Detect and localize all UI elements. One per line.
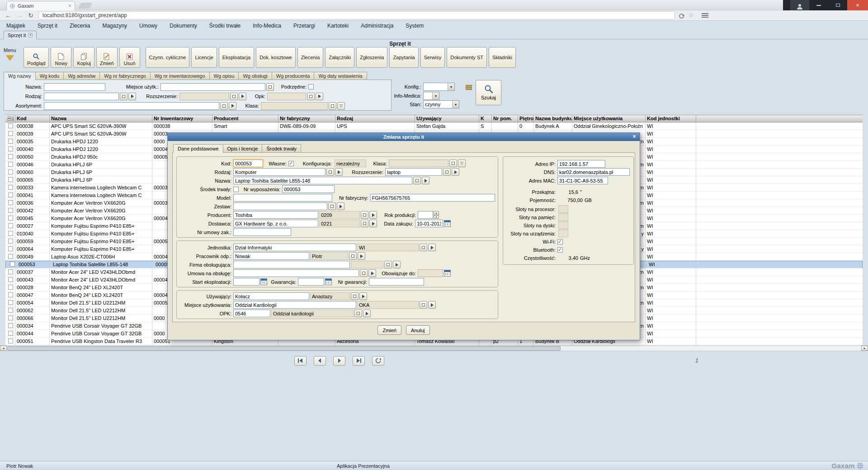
row-checkbox[interactable] — [8, 146, 13, 151]
jednostka-input[interactable] — [233, 244, 356, 251]
year-spinner[interactable]: ▲▼ — [434, 211, 439, 219]
miejsce-uzytk-input[interactable] — [160, 83, 265, 91]
row-checkbox[interactable] — [8, 292, 13, 297]
spec-input-dns[interactable] — [557, 168, 630, 176]
column-header-k[interactable]: K — [479, 115, 492, 123]
toolbar-button-zalaczniki[interactable]: Załączniki — [325, 47, 354, 68]
row-checkbox[interactable] — [8, 323, 13, 328]
column-header-miejsce-uzytkowania[interactable]: Miejsce użytkowania — [572, 115, 646, 123]
klasa-input[interactable] — [389, 160, 448, 167]
nr-wyposazenia-input[interactable] — [282, 185, 335, 193]
model-input[interactable] — [233, 194, 332, 202]
menu-item-system[interactable]: System — [406, 23, 424, 29]
row-checkbox[interactable] — [8, 154, 13, 159]
nr-gwarancji-input[interactable] — [369, 278, 424, 286]
rodzaj-lookup-button[interactable] — [120, 93, 127, 100]
row-checkbox[interactable] — [8, 300, 13, 305]
row-checkbox[interactable] — [8, 169, 13, 174]
umowa-input[interactable] — [233, 269, 359, 277]
dostawca-lookup-button[interactable] — [361, 220, 368, 227]
toolbar-button-zgloszenia[interactable]: Zgłoszenia — [356, 47, 387, 68]
dialog-tab-srodek-trwaly[interactable]: Środek trwały — [262, 144, 301, 153]
opk-go-button[interactable] — [363, 310, 371, 317]
klasa-tree-button[interactable]: ▽ — [337, 102, 345, 110]
spin-up-icon[interactable]: ▲ — [434, 211, 439, 215]
toolbar-button-serwisy[interactable]: Serwisy — [420, 47, 445, 68]
toolbar-button-zapytania[interactable]: Zapytania — [389, 47, 418, 68]
rozszerzenie-go-button[interactable] — [239, 93, 246, 100]
asortyment-input[interactable] — [44, 102, 219, 110]
rozszerzenie-lookup-button[interactable] — [230, 93, 238, 100]
search-tab-wg-nr-inwentarzowego[interactable]: Wg nr inwentarzowego — [150, 72, 209, 80]
rodzaj-lookup-button[interactable] — [326, 168, 334, 176]
pracownik-go-button[interactable] — [358, 252, 365, 260]
producent-lookup-button[interactable] — [361, 211, 368, 219]
column-header-uzywajacy[interactable]: Używający — [415, 115, 479, 123]
dialog-tab-dane-podstawowe[interactable]: Dane podstawowe — [173, 144, 223, 153]
menu-item-srodki-trwale[interactable]: Środki trwałe — [209, 23, 241, 29]
umowa-lookup-button[interactable] — [360, 269, 368, 277]
row-checkbox[interactable] — [8, 277, 13, 282]
window-close-button[interactable]: × — [847, 0, 868, 10]
column-header-pietro[interactable]: Piętro — [518, 115, 534, 123]
zestaw-lookup-button[interactable] — [328, 202, 336, 210]
column-header-producent[interactable]: Producent — [212, 115, 278, 123]
start-eksploatacji-input[interactable] — [233, 278, 259, 286]
uzywajacy-lookup-button[interactable] — [351, 292, 359, 300]
spin-down-icon[interactable]: ▼ — [434, 215, 439, 219]
nazwa-lookup-button[interactable] — [413, 177, 421, 184]
calendar-icon[interactable] — [444, 270, 451, 277]
row-checkbox[interactable] — [8, 246, 13, 251]
first-page-button[interactable] — [294, 356, 307, 366]
scroll-left-arrow[interactable]: ◂ — [0, 346, 7, 351]
last-page-button[interactable] — [353, 356, 365, 366]
opk-input[interactable] — [267, 93, 306, 100]
row-checkbox[interactable] — [8, 123, 13, 128]
person-icon[interactable] — [790, 0, 809, 10]
row-checkbox[interactable] — [8, 162, 13, 167]
menu-item-sprzet-it[interactable]: Sprzęt it — [38, 23, 57, 29]
toolbar-button-licencje[interactable]: Licencje — [191, 47, 217, 68]
app-tab-sprzet-it[interactable]: Sprzęt it ✕ — [4, 31, 37, 39]
row-checkbox[interactable] — [8, 177, 13, 182]
back-arrow-icon[interactable]: ← — [5, 12, 12, 19]
miejsce-lookup-button[interactable] — [266, 83, 274, 91]
row-checkbox[interactable] — [8, 216, 13, 221]
dostawca-go-button[interactable] — [369, 220, 377, 227]
table-row-000038[interactable]: 000038APC UPS Smart SC 620VA-390W000038S… — [5, 122, 863, 130]
toolbar-button-kopiuj[interactable]: Kopiuj — [73, 47, 94, 68]
column-header-nazwa-budynku[interactable]: Nazwa budynku — [534, 115, 572, 123]
new-tab-button[interactable] — [78, 3, 93, 9]
row-checkbox[interactable] — [8, 331, 13, 336]
klasa-input[interactable] — [261, 102, 328, 110]
rodzaj-input[interactable] — [44, 93, 119, 100]
search-tab-wg-nr-fabrycznego[interactable]: Wg nr fabrycznego — [99, 72, 150, 80]
search-tab-wg-daty-wstawienia[interactable]: Wg daty wstawienia — [314, 72, 367, 80]
forward-arrow-icon[interactable]: → — [16, 12, 23, 19]
search-tab-wg-kodu[interactable]: Wg kodu — [35, 72, 63, 80]
column-header-nr-inwentarzowy[interactable]: Nr Inwentarzowy — [152, 115, 212, 123]
data-zakupu-input[interactable] — [415, 220, 443, 227]
gwarancja-input[interactable] — [298, 278, 324, 286]
row-checkbox[interactable] — [8, 269, 13, 274]
firma-go-button[interactable] — [393, 261, 401, 268]
producent-go-button[interactable] — [369, 211, 377, 219]
browser-tab[interactable]: Gaxam × — [6, 1, 75, 10]
menu-item-majatek[interactable]: Majątek — [6, 23, 25, 29]
wlasne-checkbox[interactable] — [288, 161, 294, 166]
calendar-icon[interactable] — [325, 278, 332, 285]
row-checkbox[interactable] — [8, 315, 13, 320]
szukaj-button[interactable]: Szukaj — [476, 80, 501, 105]
row-checkbox[interactable] — [8, 131, 13, 136]
nazwa-input[interactable] — [233, 177, 412, 184]
search-tab-wg-obslugi[interactable]: Wg obsługi — [238, 72, 271, 80]
column-header-nr-pom[interactable]: Nr pom. — [492, 115, 518, 123]
row-checkbox[interactable] — [8, 185, 13, 190]
spec-checkbox-bluetooth[interactable] — [557, 247, 563, 253]
search-tab-wg-producenta[interactable]: Wg producenta — [272, 72, 314, 80]
dostawca-input[interactable] — [233, 220, 318, 227]
column-header-kod-jednostki[interactable]: Kod jednostki — [646, 115, 696, 123]
rodzaj-go-button[interactable] — [128, 93, 136, 100]
asortyment-lookup-button[interactable] — [220, 102, 228, 110]
miejsce-uzytkowania-input[interactable] — [233, 301, 356, 309]
